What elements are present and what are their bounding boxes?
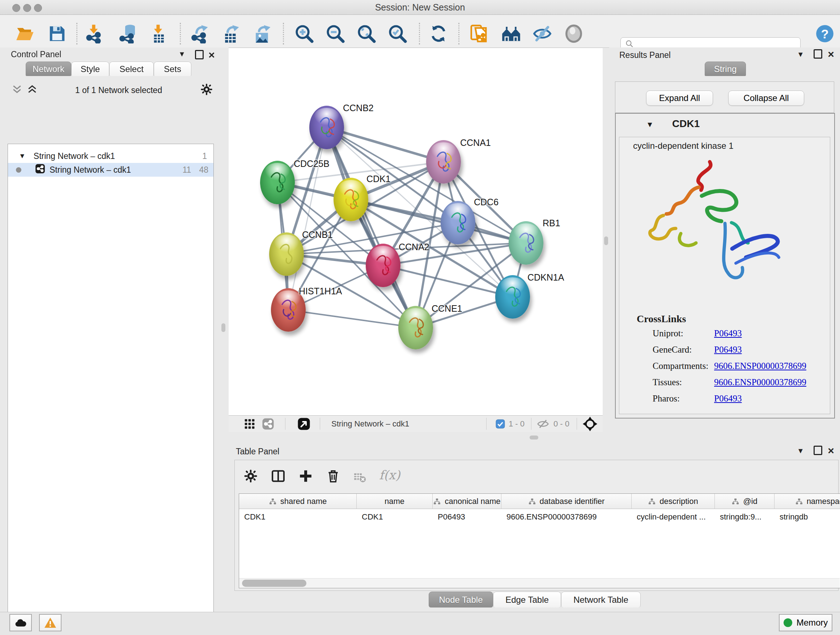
table-panel-float-icon[interactable] (812, 446, 824, 457)
expand-all-button[interactable]: Expand All (646, 90, 713, 106)
delete-column-icon[interactable] (326, 469, 340, 485)
table-horizontal-scrollbar[interactable] (239, 578, 840, 588)
collapse-all-icon[interactable] (12, 85, 22, 96)
export-table-icon[interactable] (221, 24, 241, 44)
zoom-fit-icon[interactable] (356, 24, 377, 44)
title-bar: Session: New Session (0, 0, 840, 15)
gear-icon[interactable] (201, 83, 213, 97)
table-panel-title: Table Panel (236, 447, 279, 456)
node-ccnb1[interactable] (269, 233, 304, 276)
chevron-down-icon[interactable]: ▼ (646, 120, 654, 129)
results-panel-close-icon[interactable]: × (825, 50, 837, 60)
node-table[interactable]: shared namenamecanonical namedatabase id… (239, 494, 840, 588)
hidden-eye-icon[interactable] (537, 418, 549, 431)
add-column-icon[interactable] (299, 469, 313, 485)
warning-button[interactable] (39, 614, 62, 631)
import-network-database-icon[interactable] (118, 24, 139, 44)
crosslink-link[interactable]: P06493 (714, 328, 823, 339)
table-panel-close-icon[interactable]: × (825, 447, 837, 456)
tab-select[interactable]: Select (109, 62, 154, 76)
tab-network[interactable]: Network (26, 62, 71, 76)
crosslink-link[interactable]: P06493 (714, 345, 823, 355)
network-collection-row[interactable]: ▼ String Network – cdk1 1 (8, 149, 213, 163)
crosslink-link[interactable]: 9606.ENSP00000378699 (714, 361, 823, 371)
zoom-out-icon[interactable] (325, 24, 346, 44)
column-header-canonical-name[interactable]: canonical name (433, 494, 501, 509)
gear-icon[interactable] (244, 469, 257, 485)
cell-canonical-name[interactable]: P06493 (433, 509, 501, 525)
string-document-icon[interactable] (469, 24, 489, 44)
column-header-namespace[interactable]: namespace (775, 494, 840, 509)
crosslink-label: Compartments: (653, 361, 714, 371)
column-header-database-identifier[interactable]: database identifier (501, 494, 632, 509)
cell-description[interactable]: cyclin-dependent ... (632, 509, 715, 525)
memory-button[interactable]: Memory (779, 614, 832, 631)
save-session-icon[interactable] (47, 24, 67, 44)
refresh-icon[interactable] (428, 24, 448, 44)
help-icon[interactable]: ? (815, 24, 835, 44)
network-row-selected[interactable]: String Network – cdk1 11 48 (8, 163, 213, 177)
open-view-icon[interactable] (297, 417, 310, 432)
tab-string[interactable]: String (705, 62, 746, 76)
cell--id[interactable]: stringdb:9... (715, 509, 775, 525)
column-header-description[interactable]: description (632, 494, 715, 509)
split-columns-icon[interactable] (271, 469, 285, 485)
results-panel-float-icon[interactable] (812, 49, 824, 61)
open-session-icon[interactable] (15, 24, 35, 44)
tab-network-table[interactable]: Network Table (561, 592, 641, 608)
right-splitter-handle[interactable] (604, 236, 608, 245)
bottom-splitter-handle[interactable] (530, 435, 538, 440)
export-network-icon[interactable] (189, 24, 210, 44)
chevron-down-icon[interactable]: ▼ (19, 152, 26, 160)
string-home-icon[interactable] (501, 24, 521, 44)
tab-sets[interactable]: Sets (154, 62, 191, 76)
tab-style[interactable]: Style (71, 62, 109, 76)
tab-edge-table[interactable]: Edge Table (493, 592, 561, 608)
node-label-ccnb1: CCNB1 (302, 230, 333, 240)
control-panel-close-icon[interactable]: × (205, 51, 218, 61)
cell-database-identifier[interactable]: 9606.ENSP00000378699 (501, 509, 632, 525)
tab-node-table[interactable]: Node Table (429, 592, 493, 608)
cloud-button[interactable] (9, 614, 32, 631)
table-panel-collapse-icon[interactable]: ▼ (794, 445, 807, 455)
delete-table-icon[interactable] (353, 470, 366, 485)
control-panel-float-icon[interactable] (193, 50, 205, 62)
zoom-in-icon[interactable] (294, 24, 314, 44)
inspect-eye-icon[interactable] (564, 24, 584, 44)
control-panel-collapse-icon[interactable]: ▼ (176, 49, 188, 59)
node-rb1[interactable] (508, 221, 543, 264)
expand-all-icon[interactable] (27, 85, 37, 96)
crosslink-link[interactable]: 9606.ENSP00000378699 (714, 377, 823, 387)
scrollbar-thumb[interactable] (242, 580, 306, 587)
crosslink-link[interactable]: P06493 (714, 394, 823, 404)
export-image-icon[interactable] (252, 24, 272, 44)
node-cdkn1a[interactable] (495, 275, 530, 318)
left-splitter-handle[interactable] (221, 323, 225, 332)
node-ccne1[interactable] (398, 306, 433, 349)
import-table-icon[interactable] (148, 24, 168, 44)
zoom-selected-icon[interactable] (387, 24, 408, 44)
node-ccna2[interactable] (366, 244, 401, 287)
column-header-shared-name[interactable]: shared name (239, 494, 357, 509)
network-edges (229, 48, 603, 415)
cell-name[interactable]: CDK1 (357, 509, 433, 525)
node-ccna1[interactable] (426, 140, 461, 184)
node-cdc25b[interactable] (260, 161, 295, 204)
cell-shared-name[interactable]: CDK1 (239, 509, 357, 525)
column-header--id[interactable]: @id (715, 494, 775, 509)
node-ccnb2[interactable] (309, 106, 344, 149)
import-network-file-icon[interactable] (84, 24, 104, 44)
results-panel-collapse-icon[interactable]: ▼ (794, 49, 807, 59)
selected-checkbox-icon[interactable] (496, 419, 505, 430)
node-label-rb1: RB1 (543, 218, 561, 228)
birds-eye-view-icon[interactable] (244, 418, 256, 431)
share-network-icon[interactable] (262, 418, 274, 432)
fit-content-crosshair-icon[interactable] (583, 416, 598, 433)
hide-eye-icon[interactable] (532, 24, 553, 44)
cell-namespace[interactable]: stringdb (775, 509, 840, 525)
node-cdk1[interactable] (333, 178, 368, 221)
network-canvas[interactable]: CCNB2CCNA1CDC25BCDK1CDC6RB1CCNB1CCNA2CDK… (229, 48, 603, 415)
collapse-all-button[interactable]: Collapse All (728, 90, 804, 106)
column-header-name[interactable]: name (357, 494, 433, 509)
node-cdc6[interactable] (441, 201, 475, 244)
